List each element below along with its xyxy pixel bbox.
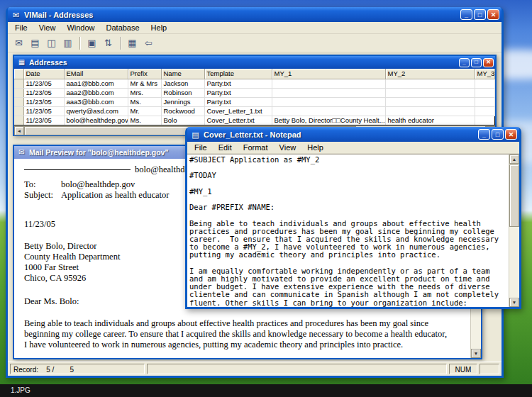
menu-view[interactable]: View <box>33 23 62 33</box>
cell-my1[interactable] <box>272 88 385 97</box>
cell-my3[interactable] <box>475 116 495 125</box>
cell-template[interactable]: Party.txt <box>204 79 272 88</box>
addresses-titlebar[interactable]: ▦ Addresses _ □ ✕ <box>14 56 495 69</box>
scrollbar-thumb[interactable] <box>509 164 519 227</box>
column-header-template[interactable]: Template <box>204 69 272 79</box>
scroll-down-icon[interactable]: ▼ <box>471 349 481 358</box>
menu-window[interactable]: Window <box>61 23 100 33</box>
notepad-text-area[interactable]: #SUBJECT Application as #MY_2 #TODAY #MY… <box>187 154 519 307</box>
cell-template[interactable]: Cover_Letter_1.txt <box>204 106 272 116</box>
copy-button[interactable]: ▣ <box>84 35 99 50</box>
record-selector[interactable] <box>14 106 23 116</box>
column-header-my2[interactable]: MY_2 <box>385 69 475 79</box>
vimail-titlebar[interactable]: ✉ VIMail - Addresses _ □ ✕ <box>8 7 501 22</box>
cell-my2[interactable] <box>385 97 475 106</box>
column-header-date[interactable]: Date <box>23 69 64 79</box>
cell-date[interactable]: 11/23/05 <box>23 116 64 125</box>
cell-my2[interactable] <box>385 106 475 116</box>
column-header-prefix[interactable]: Prefix <box>128 69 161 79</box>
cell-my1[interactable] <box>272 79 385 88</box>
cell-name[interactable]: Bolo <box>161 116 204 125</box>
close-button[interactable]: ✕ <box>487 9 499 20</box>
addresses-table: Date EMail Prefix Name Template MY_1 MY_… <box>14 69 495 125</box>
address-book-button[interactable]: ▥ <box>60 35 75 50</box>
minimize-button[interactable]: _ <box>459 58 470 67</box>
main-toolbar: ✉ ▤ ◫ ▥ ▣ ⇅ ▦ ⇦ <box>8 34 501 52</box>
cell-prefix[interactable]: Mrs. <box>128 88 161 97</box>
open-button[interactable]: ▤ <box>28 35 43 50</box>
scroll-up-icon[interactable]: ▲ <box>509 155 519 164</box>
addresses-title: Addresses <box>29 58 457 67</box>
column-header-my1[interactable]: MY_1 <box>272 69 385 79</box>
maximize-button[interactable]: □ <box>492 129 504 140</box>
menu-database[interactable]: Database <box>101 23 145 33</box>
table-row: 11/23/05 aaa3@bbb.com Ms. Jennings Party… <box>14 97 495 106</box>
cell-email[interactable]: qwerty@asd.com <box>64 106 128 116</box>
vertical-scrollbar[interactable]: ▲ ▼ <box>509 155 519 307</box>
close-button[interactable]: ✕ <box>483 58 494 67</box>
cell-date[interactable]: 11/23/05 <box>23 88 64 97</box>
maximize-button[interactable]: □ <box>474 9 486 20</box>
cell-name[interactable]: Robinson <box>161 88 204 97</box>
notepad-text[interactable]: #SUBJECT Application as #MY_2 #TODAY #MY… <box>187 155 519 307</box>
menu-format[interactable]: Format <box>238 142 274 153</box>
image-filename: 1.JPG <box>11 386 31 394</box>
cell-template[interactable]: Party.txt <box>204 88 272 97</box>
cell-name[interactable]: Jennings <box>161 97 204 106</box>
cell-my1[interactable] <box>272 97 385 106</box>
menu-file[interactable]: File <box>9 23 33 33</box>
cell-my1[interactable]: Betty Bolo, Director□□County Healt... <box>272 116 385 125</box>
maximize-button[interactable]: □ <box>471 58 482 67</box>
cell-prefix[interactable]: Mr. <box>128 106 161 116</box>
cell-my2[interactable] <box>385 79 475 88</box>
cell-my1[interactable] <box>272 106 385 116</box>
open-icon: ▤ <box>31 38 39 48</box>
status-end-panel <box>480 364 499 374</box>
cell-name[interactable]: Rockwood <box>161 106 204 116</box>
record-selector[interactable] <box>14 97 23 106</box>
record-selector[interactable] <box>14 116 23 125</box>
record-selector[interactable] <box>14 79 23 88</box>
notepad-titlebar[interactable]: ▤ Cover_Letter.txt - Notepad _ □ ✕ <box>187 127 519 142</box>
cell-date[interactable]: 11/23/05 <box>23 97 64 106</box>
cell-prefix[interactable]: Ms. <box>128 116 161 125</box>
menu-view[interactable]: View <box>274 142 302 153</box>
cell-my2[interactable]: health educator <box>385 116 475 125</box>
cell-date[interactable]: 11/23/05 <box>23 79 64 88</box>
exit-button[interactable]: ⇦ <box>141 35 156 50</box>
scroll-left-icon[interactable]: ◄ <box>14 126 24 135</box>
toolbar-separator <box>79 37 80 50</box>
cell-template[interactable]: Cover_Letter.txt <box>204 116 272 125</box>
record-selector[interactable] <box>14 88 23 97</box>
cell-email[interactable]: aaa1@bbb.com <box>64 79 128 88</box>
send-receive-button[interactable]: ⇅ <box>101 35 116 50</box>
menu-file[interactable]: File <box>189 142 213 153</box>
print-button[interactable]: ▦ <box>125 35 140 50</box>
menu-help[interactable]: Help <box>301 142 329 153</box>
cell-email[interactable]: bolo@healthdep.gov <box>64 116 128 125</box>
cell-template[interactable]: Party.txt <box>204 97 272 106</box>
mail-preview-icon: ✉ <box>16 147 27 157</box>
cell-my3[interactable] <box>475 97 495 106</box>
cell-prefix[interactable]: Ms. <box>128 97 161 106</box>
cell-my3[interactable] <box>475 88 495 97</box>
menu-help[interactable]: Help <box>145 23 173 33</box>
close-button[interactable]: ✕ <box>505 129 517 140</box>
minimize-button[interactable]: _ <box>478 129 490 140</box>
menu-edit[interactable]: Edit <box>213 142 238 153</box>
cell-date[interactable]: 11/23/05 <box>23 106 64 116</box>
cell-my2[interactable] <box>385 88 475 97</box>
cell-my3[interactable] <box>475 79 495 88</box>
scroll-down-icon[interactable]: ▼ <box>509 298 519 307</box>
column-header-name[interactable]: Name <box>161 69 204 79</box>
new-message-button[interactable]: ✉ <box>11 35 26 50</box>
cell-prefix[interactable]: Mr & Mrs <box>128 79 161 88</box>
save-button[interactable]: ◫ <box>44 35 59 50</box>
cell-email[interactable]: aaa3@bbb.com <box>64 97 128 106</box>
minimize-button[interactable]: _ <box>460 9 472 20</box>
cell-my3[interactable] <box>475 106 495 116</box>
cell-email[interactable]: aaa2@bbb.com <box>64 88 128 97</box>
column-header-my3[interactable]: MY_3 <box>475 69 495 79</box>
cell-name[interactable]: Jackson <box>161 79 204 88</box>
column-header-email[interactable]: EMail <box>64 69 128 79</box>
